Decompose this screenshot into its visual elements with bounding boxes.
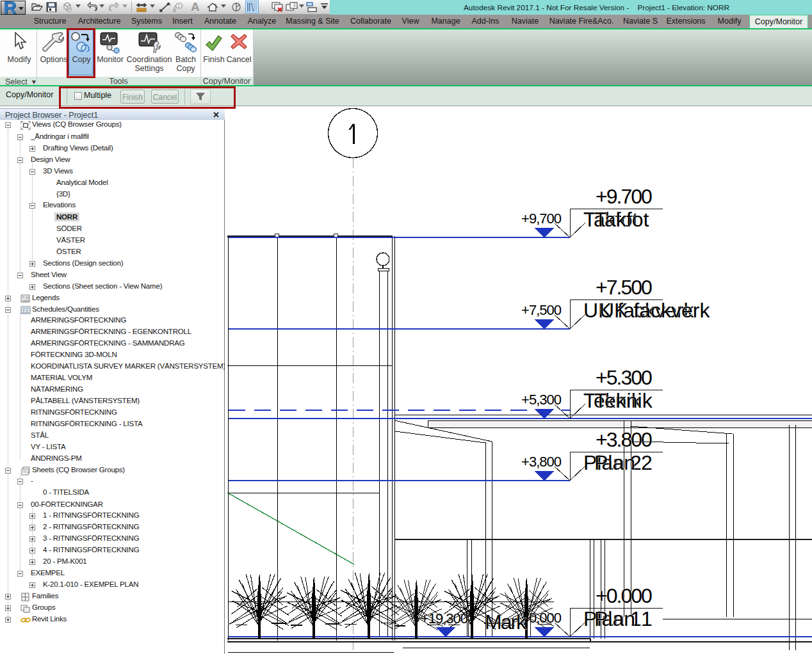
svg-text:+5,300: +5,300 xyxy=(521,392,562,408)
svg-text:Mark: Mark xyxy=(485,610,527,634)
svg-text:+9,700: +9,700 xyxy=(521,211,562,227)
svg-text:Teknik: Teknik xyxy=(594,389,653,412)
svg-text:Plan 2: Plan 2 xyxy=(594,451,653,474)
svg-text:1: 1 xyxy=(177,4,180,8)
svg-text:+0.000: +0.000 xyxy=(596,584,652,607)
svg-text:+7,500: +7,500 xyxy=(521,302,562,318)
svg-text:+5.300: +5.300 xyxy=(596,366,652,389)
svg-text:UK fackverk: UK fackverk xyxy=(599,299,710,322)
svg-text:+3,800: +3,800 xyxy=(521,454,562,470)
svg-text:+19,300: +19,300 xyxy=(421,610,468,626)
svg-text:+9.700: +9.700 xyxy=(596,185,652,208)
svg-text:0,000: 0,000 xyxy=(529,610,562,626)
svg-text:Takfot: Takfot xyxy=(594,208,649,231)
svg-text:Plan 1: Plan 1 xyxy=(594,607,653,630)
svg-text:+7.500: +7.500 xyxy=(596,276,652,299)
svg-text:+3.800: +3.800 xyxy=(596,428,652,451)
